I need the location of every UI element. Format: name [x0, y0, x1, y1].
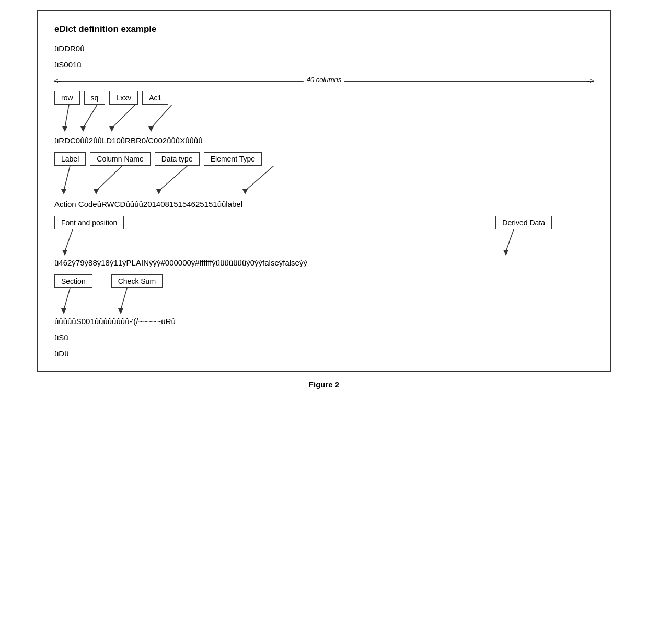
checksum-col: Check Sum [111, 274, 163, 317]
s001-line: üS001û [54, 60, 594, 69]
box-data-type: Data type [155, 152, 200, 166]
arrow-checksum [111, 288, 148, 317]
derived-data-col: Derived Data [495, 216, 552, 258]
svg-line-6 [151, 105, 172, 128]
main-diagram-box: eDict definition example üDDR0û üS001û <… [37, 10, 611, 372]
svg-line-18 [506, 229, 514, 251]
arrow-derived [495, 229, 537, 258]
svg-marker-11 [94, 189, 99, 194]
font-position-col: Font and position [54, 216, 124, 258]
box-column-name: Column Name [90, 152, 150, 166]
svg-line-16 [65, 229, 73, 251]
right-arrow: -> [587, 77, 594, 85]
svg-marker-5 [109, 126, 114, 132]
us-line: üSû [54, 333, 594, 342]
box-ac1: Ac1 [142, 91, 168, 105]
arrow-section [54, 288, 91, 317]
rdc-line: üRDC0ûû2ûûLD10ûRBR0/C002ûûûXûûûû [54, 136, 594, 145]
svg-marker-21 [61, 308, 66, 314]
svg-line-10 [96, 166, 122, 191]
boxes-row-2: Label Column Name Data type Element Type [54, 152, 594, 166]
svg-marker-13 [156, 189, 161, 194]
box-row: row [54, 91, 80, 105]
box-sq: sq [84, 91, 106, 105]
svg-marker-23 [118, 308, 123, 314]
boxes-section-1: row sq Lxxv Ac1 [54, 91, 594, 136]
arrows-svg-1 [54, 105, 232, 136]
svg-line-14 [245, 166, 274, 191]
columns-label: 40 columns [304, 76, 344, 84]
diagram-title: eDict definition example [54, 24, 594, 34]
box-font-position: Font and position [54, 216, 124, 229]
svg-line-20 [64, 288, 70, 310]
boxes-row-1: row sq Lxxv Ac1 [54, 91, 594, 105]
svg-marker-3 [80, 126, 86, 132]
svg-marker-17 [62, 250, 67, 256]
columns-arrow-row: <- -> 40 columns [54, 76, 594, 87]
svg-line-4 [112, 105, 135, 128]
box-element-type: Element Type [204, 152, 262, 166]
box-section: Section [54, 274, 92, 288]
svg-marker-19 [503, 250, 508, 256]
arrow-font [54, 229, 96, 258]
box-lxxv: Lxxv [109, 91, 138, 105]
svg-marker-9 [61, 189, 66, 194]
boxes-section-4: Section Check Sum [54, 274, 594, 317]
left-arrow: <- [54, 77, 61, 85]
checksum-line: ûûûûûS001ûûûûûûûû-'(/~~~~~üRû [54, 317, 594, 326]
svg-line-2 [83, 105, 97, 128]
svg-marker-1 [62, 126, 67, 132]
boxes-section-3: Font and position Derived Data [54, 216, 594, 258]
ud-line: üDû [54, 349, 594, 358]
arrows-svg-2 [54, 166, 378, 200]
svg-marker-15 [242, 189, 248, 194]
box-label: Label [54, 152, 86, 166]
box-check-sum: Check Sum [111, 274, 163, 288]
boxes-section-2: Label Column Name Data type Element Type [54, 152, 594, 200]
svg-line-22 [121, 288, 127, 310]
action-code-line: Action CodeûRWCDûûûû20140815154625151ûûl… [54, 200, 594, 209]
svg-marker-7 [148, 126, 154, 132]
ddr-line: üDDR0û [54, 44, 594, 53]
figure-caption: Figure 2 [309, 380, 339, 389]
svg-line-8 [64, 166, 70, 191]
box-derived-data: Derived Data [495, 216, 552, 229]
section-col: Section [54, 274, 92, 317]
font-line: û462ý79ý88ý18ý11ýPLAINýýý#000000ý#ffffff… [54, 258, 594, 267]
svg-line-12 [159, 166, 188, 191]
svg-line-0 [65, 105, 69, 128]
